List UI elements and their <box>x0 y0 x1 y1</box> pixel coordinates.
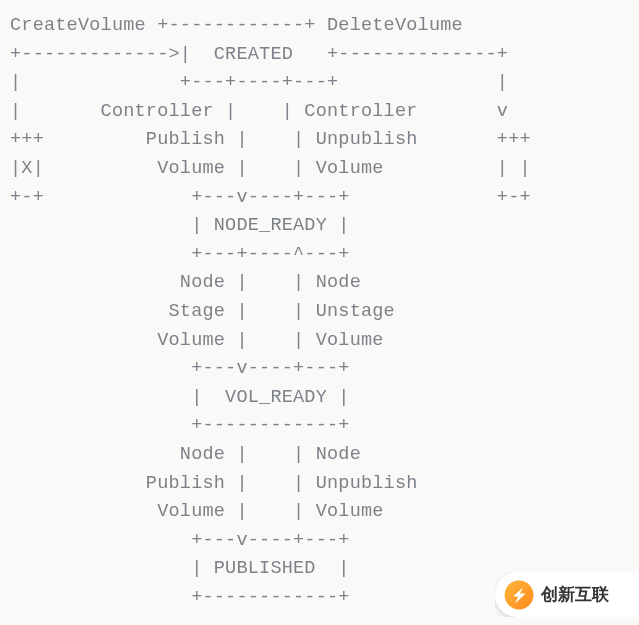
chuangxin-logo-icon <box>504 580 534 610</box>
brand-logo-text: 创新互联 <box>541 583 609 606</box>
csi-volume-lifecycle-ascii-diagram: CreateVolume +------------+ DeleteVolume… <box>0 0 639 622</box>
brand-logo: 创新互联 <box>495 572 639 617</box>
